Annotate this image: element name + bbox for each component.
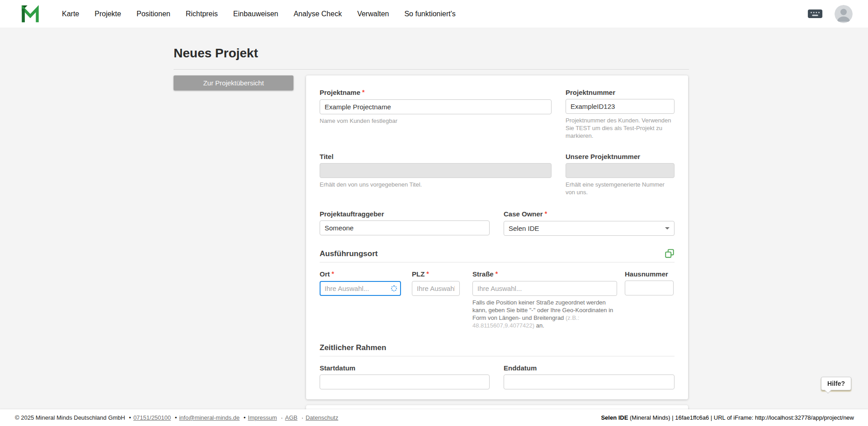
field-plz: PLZ*: [412, 270, 460, 329]
strasse-label: Straße*: [472, 270, 617, 279]
required-asterisk: *: [332, 270, 334, 277]
footer-session-details: (Mineral Minds) | 16fae1ffc6a6 | URL of …: [628, 414, 854, 421]
section-divider: [320, 356, 675, 356]
field-unsere-projektnummer: Unsere Projektnummer Erhält eine systemg…: [566, 152, 675, 196]
field-strasse: Straße* Falls die Position keiner Straße…: [472, 270, 617, 329]
nav-positionen[interactable]: Positionen: [137, 10, 170, 18]
plz-label-text: PLZ: [412, 270, 425, 278]
left-column: Zur Projektübersicht: [174, 75, 306, 90]
field-titel: Titel Erhält den von uns vorgegebenen Ti…: [320, 152, 552, 196]
footer-separator: ·: [302, 414, 303, 421]
titel-hint: Erhält den von uns vorgegebenen Titel.: [320, 181, 552, 188]
nav-projekte[interactable]: Projekte: [94, 10, 121, 18]
form-row-name-number: Projektname* Name vom Kunden festlegbar …: [320, 88, 675, 140]
ort-input[interactable]: [320, 281, 401, 296]
unsere-projektnummer-hint: Erhält eine systemgenerierte Nummer von …: [566, 181, 675, 196]
titel-label: Titel: [320, 152, 552, 161]
nav-right: [807, 5, 853, 23]
nav-analyse-check[interactable]: Analyse Check: [293, 10, 342, 18]
top-navbar: Karte Projekte Positionen Richtpreis Ein…: [0, 0, 868, 28]
case-owner-label-text: Case Owner: [504, 210, 543, 218]
ort-label: Ort*: [320, 270, 401, 279]
field-enddatum: Enddatum: [504, 364, 675, 389]
footer: © 2025 Mineral Minds Deutschland GmbH •0…: [0, 409, 868, 426]
nav-karte[interactable]: Karte: [62, 10, 79, 18]
footer-separator: •: [175, 414, 177, 421]
enddatum-input[interactable]: [504, 375, 675, 389]
projektname-label-text: Projektname: [320, 89, 360, 96]
chevron-down-icon: [665, 227, 670, 229]
brand-logo-m[interactable]: [20, 5, 40, 23]
required-asterisk: *: [495, 270, 498, 277]
hausnummer-input[interactable]: [625, 281, 674, 295]
form-row-titel-nummer: Titel Erhält den von uns vorgegebenen Ti…: [320, 152, 675, 196]
footer-link-impressum[interactable]: Impressum: [248, 414, 277, 421]
footer-user: Selen IDE: [601, 414, 628, 421]
footer-separator: •: [244, 414, 246, 421]
field-projektname: Projektname* Name vom Kunden festlegbar: [320, 88, 552, 140]
section-divider: [320, 262, 675, 262]
projektauftraggeber-label: Projektauftraggeber: [320, 210, 490, 218]
field-startdatum: Startdatum: [320, 364, 490, 389]
nav-verwalten[interactable]: Verwalten: [357, 10, 389, 18]
projektname-input[interactable]: [320, 99, 552, 114]
projektname-label: Projektname*: [320, 88, 552, 97]
brand-logo-icon: [20, 5, 40, 23]
hausnummer-label: Hausnummer: [625, 270, 674, 278]
section-ausfuehrungsort-title: Ausführungsort: [320, 249, 377, 258]
required-asterisk: *: [362, 89, 364, 96]
form-row-address: Ort* PLZ*: [320, 270, 675, 329]
strasse-label-text: Straße: [472, 270, 494, 278]
enddatum-label: Enddatum: [504, 364, 675, 372]
nav-einbauweisen[interactable]: Einbauweisen: [233, 10, 278, 18]
field-case-owner: Case Owner* Selen IDE: [504, 210, 675, 236]
footer-link-agb[interactable]: AGB: [285, 414, 297, 421]
field-ort: Ort*: [320, 270, 401, 329]
startdatum-input[interactable]: [320, 375, 490, 389]
help-button[interactable]: Hilfe?: [821, 377, 851, 390]
unsere-projektnummer-label: Unsere Projektnummer: [566, 152, 675, 161]
projektname-hint: Name vom Kunden festlegbar: [320, 117, 552, 125]
plz-input[interactable]: [412, 281, 460, 296]
nav-items: Karte Projekte Positionen Richtpreis Ein…: [62, 10, 456, 18]
nav-richtpreis[interactable]: Richtpreis: [186, 10, 218, 18]
strasse-hint: Falls die Position keiner Straße zugeord…: [472, 299, 617, 329]
required-asterisk: *: [426, 270, 429, 277]
footer-links: © 2025 Mineral Minds Deutschland GmbH •0…: [15, 414, 338, 421]
required-asterisk: *: [545, 210, 547, 217]
copyright-text: © 2025 Mineral Minds Deutschland GmbH: [15, 414, 125, 421]
title-divider: [174, 69, 689, 70]
strasse-input[interactable]: [472, 281, 617, 296]
plz-label: PLZ*: [412, 270, 460, 279]
section-zeitlicher-rahmen: Zeitlicher Rahmen: [320, 343, 675, 352]
main-area: Neues Projekt Zur Projektübersicht Proje…: [0, 28, 868, 409]
case-owner-label: Case Owner*: [504, 210, 675, 219]
field-projektnummer: Projektnummer Projektnummer des Kunden. …: [566, 88, 675, 140]
footer-link-datenschutz[interactable]: Datenschutz: [306, 414, 338, 421]
projektnummer-label: Projektnummer: [566, 88, 675, 97]
footer-separator: •: [129, 414, 131, 421]
field-hausnummer: Hausnummer: [625, 270, 674, 329]
projektnummer-hint: Projektnummer des Kunden. Verwenden Sie …: [566, 117, 675, 140]
titel-input: [320, 163, 552, 178]
keyboard-icon[interactable]: [807, 9, 823, 19]
nav-so-funktionierts[interactable]: So funktioniert's: [404, 10, 455, 18]
section-zeitlicher-rahmen-title: Zeitlicher Rahmen: [320, 343, 386, 352]
loading-spinner-icon: [391, 286, 397, 291]
footer-link-phone[interactable]: 07151/250100: [133, 414, 171, 421]
field-projektauftraggeber: Projektauftraggeber: [320, 210, 490, 236]
unsere-projektnummer-input: [566, 163, 675, 178]
user-avatar[interactable]: [835, 5, 853, 23]
projektauftraggeber-input[interactable]: [320, 220, 490, 235]
project-overview-button[interactable]: Zur Projektübersicht: [174, 75, 293, 90]
footer-link-email[interactable]: info@mineral-minds.de: [179, 414, 240, 421]
projektnummer-input[interactable]: [566, 99, 675, 114]
footer-separator: ·: [281, 414, 283, 421]
next-card-partial: [306, 405, 688, 409]
startdatum-label: Startdatum: [320, 364, 490, 372]
case-owner-select[interactable]: Selen IDE: [504, 221, 675, 236]
footer-session-info: Selen IDE (Mineral Minds) | 16fae1ffc6a6…: [601, 414, 854, 421]
case-owner-value: Selen IDE: [509, 225, 539, 232]
copy-icon[interactable]: [665, 248, 675, 258]
strasse-hint-suffix: an.: [534, 322, 544, 329]
